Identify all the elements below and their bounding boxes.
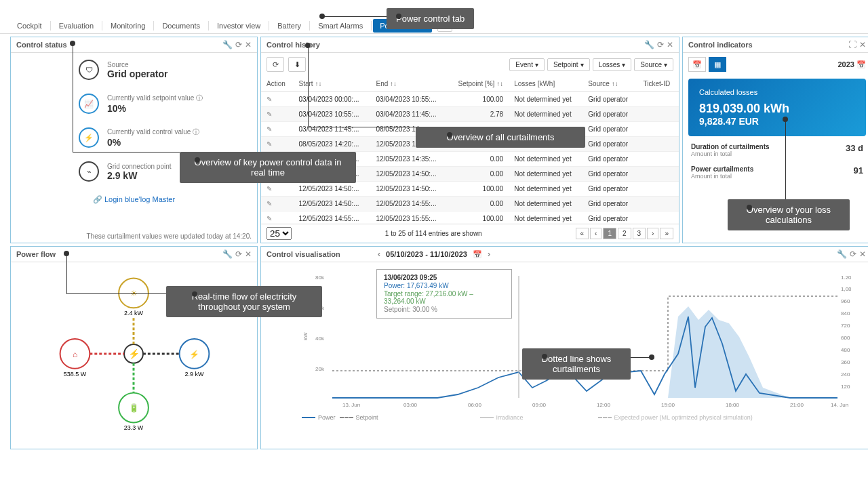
view-grid-icon[interactable]: ▦: [709, 57, 726, 72]
date-next[interactable]: ›: [488, 249, 490, 259]
svg-text:21:00: 21:00: [790, 402, 804, 408]
col-start[interactable]: Start ↑↓: [294, 76, 371, 92]
page-prev[interactable]: ‹: [590, 228, 601, 239]
setpoint-value: 10%: [107, 103, 203, 114]
table-row[interactable]: ✎12/05/2023 14:50:...12/05/2023 14:55:..…: [261, 197, 679, 211]
panel-control-status: Control status 🔧 ⟳ ✕ 🛡 Source Grid opera…: [10, 37, 258, 243]
wrench-icon[interactable]: 🔧: [222, 40, 233, 49]
svg-text:🔋: 🔋: [129, 403, 139, 413]
tab-evaluation[interactable]: Evaluation: [52, 19, 100, 33]
tab-monitoring[interactable]: Monitoring: [104, 19, 152, 33]
col-losses[interactable]: Losses [kWh]: [509, 76, 583, 92]
chart-tooltip: 13/06/2023 09:25 Power: 17,673.49 kW Tar…: [376, 269, 512, 319]
source-value: Grid operator: [107, 68, 167, 79]
filter-setpoint[interactable]: Setpoint ▾: [547, 58, 590, 71]
callout-status: Overview of key power control data in re…: [180, 152, 356, 183]
wrench-icon[interactable]: 🔧: [644, 40, 654, 49]
refresh-icon[interactable]: ⟳: [235, 249, 242, 259]
curtailments-sub: Amount in total: [691, 173, 753, 180]
svg-text:23.3 W: 23.3 W: [124, 424, 144, 431]
gcp-icon: ⌁: [79, 161, 99, 182]
svg-text:⚡: ⚡: [128, 348, 140, 360]
shield-icon: 🛡: [79, 60, 99, 80]
expand-icon[interactable]: ⛶: [848, 40, 856, 49]
control-value: 0%: [107, 137, 199, 148]
page-1[interactable]: 1: [603, 228, 616, 239]
year-picker[interactable]: 2023 📅: [837, 60, 866, 69]
col-ticket[interactable]: Ticket-ID: [638, 76, 679, 92]
panel-title: Power flow: [16, 250, 56, 258]
refresh-icon[interactable]: ⟳: [850, 249, 856, 259]
status-footer: These curtailment values were updated to…: [11, 230, 257, 243]
tab-investor-view[interactable]: Investor view: [210, 19, 267, 33]
wrench-icon[interactable]: 🔧: [222, 249, 233, 259]
col-setpoint[interactable]: Setpoint [%] ↑↓: [448, 76, 509, 92]
panel-title: Control indicators: [688, 41, 753, 49]
svg-text:20k: 20k: [315, 366, 325, 372]
page-3[interactable]: 3: [633, 228, 646, 239]
page-next[interactable]: ›: [647, 228, 658, 239]
tab-cockpit[interactable]: Cockpit: [10, 19, 49, 33]
col-source[interactable]: Source ↑↓: [583, 76, 637, 92]
source-label: Source: [107, 61, 167, 68]
panel-power-flow: Power flow 🔧 ⟳ ✕ ⚡ ☀ 2.4 kW ⌂ 538.5 W: [10, 246, 258, 449]
svg-text:⌂: ⌂: [73, 350, 77, 359]
wrench-icon[interactable]: 🔧: [837, 249, 847, 259]
duration-sub: Amount in total: [691, 150, 770, 157]
svg-text:1,080: 1,080: [841, 286, 851, 292]
losses-card: Calculated losses 819,039.00 kWh 9,828.4…: [688, 79, 866, 136]
filter-source[interactable]: Source ▾: [634, 58, 673, 71]
page-size-select[interactable]: 25: [267, 227, 292, 240]
svg-text:06:00: 06:00: [468, 402, 482, 408]
table-row[interactable]: ✎12/05/2023 14:50:...12/05/2023 14:50:..…: [261, 182, 679, 197]
date-prev[interactable]: ‹: [378, 249, 380, 259]
close-icon[interactable]: ✕: [859, 249, 866, 259]
setpoint-label: Currently valid setpoint value ⓘ: [107, 94, 203, 103]
close-icon[interactable]: ✕: [245, 40, 252, 49]
page-last[interactable]: »: [660, 228, 673, 239]
svg-text:⚡: ⚡: [189, 349, 199, 359]
svg-text:80k: 80k: [315, 274, 325, 281]
history-table: Action Start ↑↓ End ↑↓ Setpoint [%] ↑↓ L…: [261, 76, 679, 224]
control-icon: ⚡: [79, 127, 99, 148]
page-first[interactable]: «: [576, 228, 589, 239]
table-row[interactable]: ✎03/04/2023 10:55:...03/04/2023 11:45:..…: [261, 107, 679, 122]
col-action[interactable]: Action: [261, 76, 294, 92]
refresh-icon[interactable]: ⟳: [657, 40, 664, 49]
close-icon[interactable]: ✕: [245, 249, 252, 259]
page-2[interactable]: 2: [618, 228, 631, 239]
table-row[interactable]: ✎03/04/2023 00:00:...03/04/2023 10:55:..…: [261, 92, 679, 107]
svg-text:13. Jun: 13. Jun: [342, 402, 360, 408]
page-info: 1 to 25 of 114 entries are shown: [385, 230, 482, 237]
svg-text:480: 480: [841, 347, 850, 353]
close-icon[interactable]: ✕: [859, 40, 866, 49]
gcp-label: Grid connection point: [107, 163, 172, 170]
svg-text:600: 600: [841, 335, 850, 341]
svg-text:12:00: 12:00: [597, 402, 611, 408]
tab-battery[interactable]: Battery: [271, 19, 308, 33]
svg-text:18:00: 18:00: [726, 402, 740, 408]
download-button[interactable]: ⬇: [288, 57, 306, 72]
tab-smart-alarms[interactable]: Smart Alarms: [311, 19, 370, 33]
col-end[interactable]: End ↑↓: [370, 76, 448, 92]
svg-text:40k: 40k: [315, 336, 325, 342]
svg-text:15:00: 15:00: [661, 402, 675, 408]
curtailments-label: Power curtailments: [691, 165, 753, 173]
svg-text:720: 720: [841, 323, 850, 329]
tab-documents[interactable]: Documents: [155, 19, 207, 33]
vis-chart: 120 96 72 60 48 24 12 0 % 80k 60k 40k 20…: [261, 262, 868, 411]
losses-title: Calculated losses: [699, 88, 855, 96]
login-link[interactable]: 🔗 Login blue'log Master: [11, 195, 257, 204]
svg-text:09:00: 09:00: [532, 402, 547, 408]
close-icon[interactable]: ✕: [667, 40, 673, 49]
table-row[interactable]: ✎12/05/2023 14:55:...12/05/2023 15:55:..…: [261, 211, 679, 224]
reload-button[interactable]: ⟳: [267, 57, 284, 72]
svg-text:120: 120: [841, 384, 850, 390]
filter-event[interactable]: Event ▾: [509, 58, 545, 71]
chart-legend: Power Setpoint Irradiance Expected power…: [261, 411, 868, 424]
filter-losses[interactable]: Losses ▾: [593, 58, 632, 71]
svg-text:2.9 kW: 2.9 kW: [185, 371, 204, 378]
view-calendar-icon[interactable]: 📅: [688, 57, 706, 72]
refresh-icon[interactable]: ⟳: [235, 40, 242, 49]
calendar-icon[interactable]: 📅: [473, 250, 482, 259]
